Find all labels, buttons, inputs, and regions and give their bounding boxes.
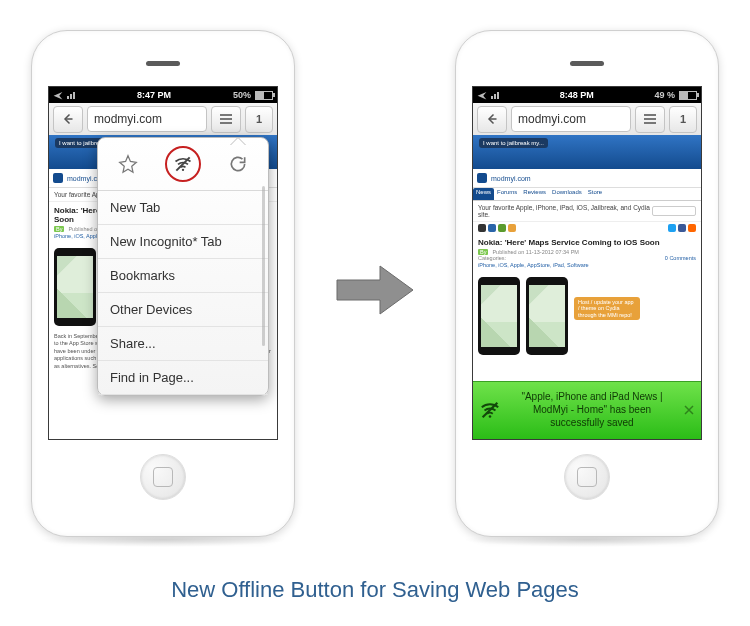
offline-icon bbox=[479, 399, 501, 421]
arrow-icon bbox=[335, 260, 415, 320]
offline-button-highlight bbox=[165, 146, 201, 182]
figure-caption: New Offline Button for Saving Web Pages bbox=[0, 557, 750, 626]
site-logo-row: modmyi.com bbox=[473, 169, 701, 188]
wifi-icon bbox=[491, 92, 499, 99]
menu-icon-row bbox=[98, 138, 268, 191]
svg-rect-2 bbox=[477, 173, 487, 183]
reload-icon[interactable] bbox=[228, 154, 248, 174]
article-image-row: Host / update your app / theme on Cydia … bbox=[473, 273, 701, 359]
menu-scrollbar[interactable] bbox=[262, 186, 265, 346]
close-icon[interactable] bbox=[683, 404, 695, 416]
earpiece bbox=[146, 61, 180, 66]
tabs-count: 1 bbox=[680, 113, 686, 125]
store-icon[interactable] bbox=[498, 224, 506, 232]
menu-button[interactable] bbox=[635, 106, 665, 133]
offline-icon[interactable] bbox=[173, 154, 193, 174]
site-banner: I want to jailbreak my... bbox=[473, 135, 701, 169]
screen: 8:48 PM 49 % modmyi.com bbox=[472, 86, 702, 440]
nav-item[interactable]: Store bbox=[585, 188, 605, 200]
social-icon[interactable] bbox=[678, 224, 686, 232]
status-bar: 8:47 PM 50% bbox=[49, 87, 277, 103]
tabs-button[interactable]: 1 bbox=[245, 106, 273, 133]
earpiece bbox=[570, 61, 604, 66]
promo-callout[interactable]: Host / update your app / theme on Cydia … bbox=[574, 297, 640, 320]
phone-left: 8:47 PM 50% modmyi.com bbox=[31, 30, 295, 547]
wifi-icon bbox=[67, 92, 75, 99]
url-text: modmyi.com bbox=[94, 112, 162, 126]
back-button[interactable] bbox=[477, 106, 507, 133]
menu-button[interactable] bbox=[211, 106, 241, 133]
nav-item[interactable]: News bbox=[473, 188, 494, 200]
site-logo-icon bbox=[477, 173, 487, 183]
airplane-icon bbox=[477, 90, 487, 100]
star-icon[interactable] bbox=[118, 154, 138, 174]
battery-icon bbox=[679, 91, 697, 100]
menu-item-bookmarks[interactable]: Bookmarks bbox=[98, 259, 268, 293]
menu-item-incognito[interactable]: New Incognito* Tab bbox=[98, 225, 268, 259]
iphone-device: 8:47 PM 50% modmyi.com bbox=[31, 30, 295, 537]
status-battery-text: 49 % bbox=[654, 90, 675, 100]
status-bar: 8:48 PM 49 % bbox=[473, 87, 701, 103]
store-icon[interactable] bbox=[488, 224, 496, 232]
status-time: 8:48 PM bbox=[560, 90, 594, 100]
nav-item[interactable]: Forums bbox=[494, 188, 520, 200]
article-image-phone bbox=[478, 277, 520, 355]
store-icon[interactable] bbox=[508, 224, 516, 232]
url-bar[interactable]: modmyi.com bbox=[511, 106, 631, 132]
browser-toolbar: modmyi.com 1 bbox=[473, 103, 701, 136]
save-toast: "Apple, iPhone and iPad News | ModMyi - … bbox=[473, 381, 701, 439]
article-block: Nokia: 'Here' Maps Service Coming to iOS… bbox=[473, 234, 701, 273]
airplane-icon bbox=[53, 90, 63, 100]
home-button[interactable] bbox=[140, 454, 186, 500]
nav-item[interactable]: Downloads bbox=[549, 188, 585, 200]
menu-icon bbox=[643, 113, 657, 125]
svg-point-3 bbox=[489, 415, 492, 418]
store-icons-row bbox=[473, 222, 701, 234]
rss-icon[interactable] bbox=[688, 224, 696, 232]
article-image-phone bbox=[526, 277, 568, 355]
site-logo-text: modmyi.com bbox=[491, 175, 531, 182]
site-tagline-row: Your favorite Apple, iPhone, iPad, iOS, … bbox=[473, 201, 701, 222]
web-content[interactable]: I want to jailbreak my... modmyi.com New… bbox=[473, 135, 701, 439]
article-title: Nokia: 'Here' Maps Service Coming to iOS… bbox=[478, 238, 696, 247]
social-icon[interactable] bbox=[668, 224, 676, 232]
home-button[interactable] bbox=[564, 454, 610, 500]
browser-menu-dropdown: New Tab New Incognito* Tab Bookmarks Oth… bbox=[97, 137, 269, 396]
back-arrow-icon bbox=[486, 113, 498, 125]
svg-point-1 bbox=[182, 169, 184, 171]
menu-item-share[interactable]: Share... bbox=[98, 327, 268, 361]
url-text: modmyi.com bbox=[518, 112, 586, 126]
tabs-button[interactable]: 1 bbox=[669, 106, 697, 133]
back-button[interactable] bbox=[53, 106, 83, 133]
iphone-device: 8:48 PM 49 % modmyi.com bbox=[455, 30, 719, 537]
nav-item[interactable]: Reviews bbox=[520, 188, 549, 200]
phone-right: 8:48 PM 49 % modmyi.com bbox=[455, 30, 719, 547]
back-arrow-icon bbox=[62, 113, 74, 125]
menu-item-new-tab[interactable]: New Tab bbox=[98, 191, 268, 225]
toast-text: "Apple, iPhone and iPad News | ModMyi - … bbox=[507, 390, 677, 429]
url-bar[interactable]: modmyi.com bbox=[87, 106, 207, 132]
site-nav: News Forums Reviews Downloads Store bbox=[473, 188, 701, 201]
status-time: 8:47 PM bbox=[137, 90, 171, 100]
banner-balloon: I want to jailbreak my... bbox=[479, 138, 548, 148]
site-tagline: Your favorite Apple, iPhone, iPad, iOS, … bbox=[478, 204, 652, 218]
status-battery-text: 50% bbox=[233, 90, 251, 100]
site-search[interactable] bbox=[652, 206, 696, 216]
menu-item-find[interactable]: Find in Page... bbox=[98, 361, 268, 395]
menu-icon bbox=[219, 113, 233, 125]
battery-icon bbox=[255, 91, 273, 100]
menu-item-other-devices[interactable]: Other Devices bbox=[98, 293, 268, 327]
store-icon[interactable] bbox=[478, 224, 486, 232]
comparison-stage: 8:47 PM 50% modmyi.com bbox=[0, 0, 750, 557]
screen: 8:47 PM 50% modmyi.com bbox=[48, 86, 278, 440]
tabs-count: 1 bbox=[256, 113, 262, 125]
